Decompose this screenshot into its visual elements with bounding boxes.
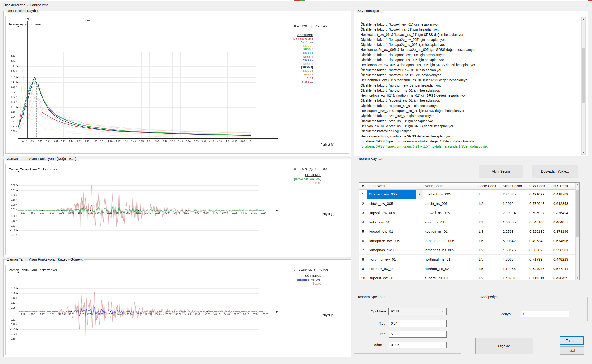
log-line: Her 'superst_ew_01' & 'superst_ns_01' iç… bbox=[360, 108, 578, 113]
column-header[interactable]: # bbox=[359, 182, 367, 189]
table-row[interactable]: 4 kobe_ew_01 ▼ kobe_ns_01 1.2 1.68485 0.… bbox=[359, 217, 575, 227]
cancel-button[interactable]: İptal bbox=[559, 346, 584, 355]
arrow-up-icon: ▲ bbox=[577, 183, 578, 186]
legend-entry[interactable]: Scaled bbox=[313, 181, 321, 185]
step-input[interactable] bbox=[389, 342, 446, 348]
cell-east-west[interactable]: lomapnas_ew_005 ▼ bbox=[367, 245, 423, 254]
cell-north-south[interactable]: superst_ns_01 bbox=[423, 273, 476, 280]
legend-entry[interactable]: SRSS 8 bbox=[303, 69, 313, 73]
table-row[interactable]: 6 lomapa2e_ew_005 ▼ lomapa2e_ns_005 1.5 … bbox=[359, 236, 575, 245]
legend-entry[interactable]: [lomapnas_ew_005] bbox=[294, 177, 321, 181]
table-row[interactable]: 9 northorr_ew_02 ▼ northorr_ns_02 1.5 1.… bbox=[359, 264, 575, 273]
cell-scale-coeff[interactable]: 1.5 bbox=[476, 236, 501, 245]
column-header[interactable]: East-West bbox=[367, 182, 423, 189]
column-header[interactable]: E-W Peak bbox=[527, 182, 551, 189]
column-header[interactable]: North-South bbox=[423, 182, 476, 189]
cell-scale-coeff[interactable]: 1.5 bbox=[476, 255, 501, 264]
column-header[interactable]: Scale Factor bbox=[501, 182, 527, 189]
cell-east-west[interactable]: chichi_ew_005 ▼ bbox=[367, 199, 423, 208]
close-button[interactable]: ✕ bbox=[581, 1, 592, 9]
cell-scale-coeff[interactable]: 1.2 bbox=[476, 208, 501, 217]
dropdown-button[interactable]: ▼ bbox=[416, 189, 423, 199]
legend-entry[interactable]: SRSS 5 bbox=[303, 58, 313, 62]
table-scrollbar-track[interactable] bbox=[576, 187, 579, 276]
scroll-down-button[interactable]: ▼ bbox=[576, 276, 579, 280]
log-scrollbar[interactable]: ▲ ▼ bbox=[581, 17, 585, 155]
ok-button[interactable]: Tamam bbox=[559, 336, 584, 345]
cell-ew-peak: 0.637976 bbox=[527, 264, 551, 273]
load-from-file-button[interactable]: Dosyadan Yükle... bbox=[532, 165, 578, 178]
legend-entry[interactable]: SRSS 2 bbox=[303, 48, 313, 51]
legend-entry[interactable]: SRSS 4 bbox=[303, 55, 313, 58]
legend-entry[interactable]: [lomapnas_ns_005] bbox=[295, 278, 321, 282]
table-row[interactable]: 10 superst_ew_01 ▼ superst_ns_01 1.2 1.4… bbox=[359, 273, 575, 280]
log-line: Ölçekleme faktörü, 'lomapa2e_ew_005' içi… bbox=[360, 37, 578, 42]
cell-scale-coeff[interactable]: 1.5 bbox=[476, 264, 501, 273]
table-row[interactable]: 8 northmul_ew_01 ▼ northmul_ns_01 1.5 4.… bbox=[359, 255, 575, 264]
cell-north-south[interactable]: northorr_ns_02 bbox=[423, 264, 476, 273]
cell-north-south[interactable]: kobe_ns_01 bbox=[423, 217, 476, 227]
cell-scale-coeff[interactable]: 1.2 bbox=[476, 199, 501, 208]
log-scrollbar-track[interactable] bbox=[582, 21, 585, 150]
smart-select-button[interactable]: Akıllı Seçim bbox=[479, 165, 523, 178]
legend-entry[interactable]: SRSS 1 bbox=[303, 44, 313, 48]
cell-scale-coeff[interactable]: 1.3 bbox=[476, 227, 501, 236]
table-row[interactable]: 2 chichi_ew_005 ▼ chichi_ns_005 1.2 1.20… bbox=[359, 199, 575, 208]
cell-index: 3 bbox=[359, 208, 367, 217]
cell-north-south[interactable]: impvall_ns_005 bbox=[423, 208, 476, 217]
cell-scale-factor: 1.2092 bbox=[501, 199, 527, 208]
log-scrollbar-thumb[interactable] bbox=[582, 48, 585, 103]
cell-east-west[interactable]: kocaeli_ew_01 ▼ bbox=[367, 227, 423, 236]
t2-input[interactable] bbox=[389, 331, 446, 338]
cell-scale-factor: 4.8038 bbox=[501, 255, 527, 264]
table-row[interactable]: 3 impvall_ew_005 ▼ impvall_ns_005 1.2 2.… bbox=[359, 208, 575, 217]
scroll-up-button[interactable]: ▲ bbox=[576, 182, 579, 187]
legend-entry[interactable]: Tepki Spektrumu bbox=[293, 37, 313, 41]
log-list[interactable]: Ölçekleme faktörü, 'kocaeli_ew_01' için … bbox=[360, 22, 578, 149]
cell-scale-coeff[interactable]: 1.2 bbox=[476, 217, 501, 227]
scroll-up-button[interactable]: ▲ bbox=[582, 17, 585, 21]
legend-entry[interactable]: Sa Means bbox=[300, 41, 313, 44]
cell-scale-coeff[interactable]: 1.2 bbox=[476, 273, 501, 280]
cell-east-west[interactable]: lomapa2e_ew_005 ▼ bbox=[367, 236, 423, 245]
cell-east-west[interactable]: Chalfant_ew_005 ▼ bbox=[367, 189, 423, 199]
cell-north-south[interactable]: lomapnas_ns_005 bbox=[423, 245, 476, 254]
cell-east-west[interactable]: superst_ew_01 ▼ bbox=[367, 273, 423, 280]
table-row[interactable]: 5 kocaeli_ew_01 ▼ kocaeli_ns_01 1.3 2.25… bbox=[359, 227, 575, 236]
cell-north-south[interactable]: northmul_ns_01 bbox=[423, 255, 476, 264]
cell-north-south[interactable]: kocaeli_ns_01 bbox=[423, 227, 476, 236]
cell-north-south[interactable]: lomapa2e_ns_005 bbox=[423, 236, 476, 245]
cell-scale-coeff[interactable]: 1.2 bbox=[476, 245, 501, 254]
legend-entry[interactable]: SRSS 6 bbox=[303, 62, 313, 66]
cell-north-south[interactable]: chalfant_ns_005 bbox=[423, 189, 476, 199]
legend-entry[interactable]: SRSS 10 bbox=[302, 76, 313, 80]
time-history-ns-chart-title: Zaman Tanım Alanı Fonksiyonları bbox=[9, 268, 57, 272]
legend-entry[interactable]: SRSS 3 bbox=[303, 51, 313, 55]
column-header[interactable]: Scale Coeff. bbox=[476, 182, 501, 189]
table-row[interactable]: 1 Chalfant_ew_005 ▼ chalfant_ns_005 1 2.… bbox=[359, 189, 575, 199]
title-bar[interactable]: Ölçeklendirme & Dönüştürme ✕ bbox=[0, 1, 592, 9]
spectrum-select[interactable]: RSF1 bbox=[388, 308, 446, 315]
t1-input[interactable] bbox=[389, 320, 446, 327]
cell-east-west[interactable]: northorr_ew_02 ▼ bbox=[367, 264, 423, 273]
table-row[interactable]: 7 lomapnas_ew_005 ▼ lomapnas_ns_005 1.2 … bbox=[359, 245, 575, 255]
cell-east-west-value: superst_ew_01 bbox=[369, 276, 394, 280]
column-header[interactable]: N-S Peak bbox=[551, 182, 575, 189]
cell-east-west[interactable]: northmul_ew_01 ▼ bbox=[367, 255, 423, 264]
cell-scale-coeff[interactable]: 1 bbox=[476, 189, 501, 199]
legend-entry[interactable]: [SRSS 7] bbox=[301, 66, 313, 69]
cursor-readout: X = 6.186 [s], Y = -0.003 bbox=[293, 268, 328, 271]
cell-east-west[interactable]: kobe_ew_01 ▼ bbox=[367, 217, 423, 227]
legend-entry[interactable]: SRSS 9 bbox=[303, 73, 313, 76]
legend-entry[interactable]: SRSS 11 bbox=[302, 80, 313, 84]
period-input[interactable] bbox=[521, 311, 569, 318]
cell-north-south[interactable]: chichi_ns_005 bbox=[423, 199, 476, 208]
scale-button[interactable]: Ölçekle bbox=[475, 338, 533, 354]
table-scrollbar[interactable]: ▲ ▼ bbox=[575, 182, 579, 280]
cell-east-west[interactable]: impvall_ew_005 ▼ bbox=[367, 208, 423, 217]
cell-index: 10 bbox=[359, 273, 367, 280]
table-scrollbar-thumb[interactable] bbox=[576, 189, 579, 237]
scroll-down-button[interactable]: ▼ bbox=[582, 150, 585, 154]
time-history-ns-group: Zaman Tanım Alanı Fonksiyonu (Kuzey - Gü… bbox=[3, 260, 351, 357]
legend-entry[interactable]: Scaled bbox=[313, 282, 321, 286]
